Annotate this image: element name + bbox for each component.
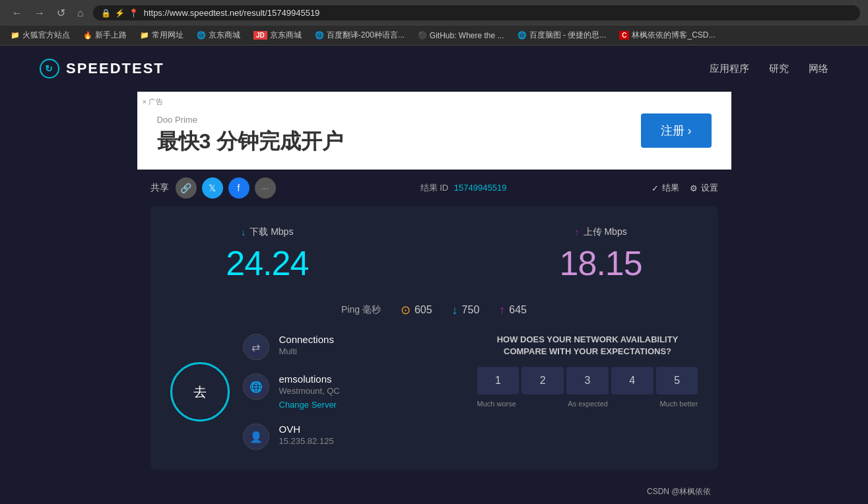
ad-content: Doo Prime 最快3 分钟完成开户 bbox=[157, 105, 344, 156]
bookmark-baidu-mind[interactable]: 🌐 百度脑图 - 便捷的思... bbox=[512, 28, 612, 42]
bookmark-newuser[interactable]: 🔥 新手上路 bbox=[78, 28, 132, 42]
result-id-value: 15749945519 bbox=[454, 183, 507, 193]
bottom-section: 去 ⇄ Connections Multi 🌐 emsolutio bbox=[170, 334, 698, 450]
share-label: 共享 bbox=[150, 182, 169, 194]
upload-label: ↑ 上传 Mbps bbox=[560, 226, 642, 238]
gear-icon: ⚙ bbox=[690, 183, 698, 193]
latency-up-icon: ↑ bbox=[499, 303, 505, 317]
rating-label-expected: As expected bbox=[568, 400, 608, 408]
download-label: ↓ 下载 Mbps bbox=[226, 226, 308, 238]
rating-labels: Much worse As expected Much better bbox=[477, 400, 698, 408]
upload-arrow-icon: ↑ bbox=[575, 227, 580, 237]
bookmark-jd2[interactable]: JD 京东商城 bbox=[248, 28, 307, 42]
ad-title: 最快3 分钟完成开户 bbox=[157, 127, 344, 156]
bookmark-icon-1: 🔥 bbox=[83, 31, 92, 40]
bookmark-github[interactable]: ⚫ GitHub: Where the ... bbox=[413, 30, 510, 42]
ad-cta-button[interactable]: 注册 › bbox=[641, 113, 712, 148]
result-link-button[interactable]: ✓ 结果 bbox=[651, 182, 679, 194]
host-icon: 🌐 bbox=[243, 373, 269, 400]
download-arrow-icon: ↓ bbox=[241, 227, 246, 237]
check-icon: ✓ bbox=[651, 183, 659, 193]
bookmark-baidu-translate[interactable]: 🌐 百度翻译-200种语言... bbox=[310, 28, 410, 42]
server-info: ⇄ Connections Multi 🌐 emsolutions Westmo… bbox=[243, 334, 464, 450]
refresh-button[interactable]: ↺ bbox=[53, 5, 69, 20]
security-icon: 🔒 bbox=[101, 9, 111, 18]
rating-btn-1[interactable]: 1 bbox=[477, 367, 519, 394]
go-button-wrapper: 去 bbox=[170, 334, 230, 450]
logo[interactable]: ↻ SPEEDTEST bbox=[40, 59, 164, 79]
provider-details: OVH 15.235.82.125 bbox=[279, 424, 334, 449]
connections-value: Multi bbox=[279, 346, 334, 356]
connections-item: ⇄ Connections Multi bbox=[243, 334, 464, 360]
provider-icon: 👤 bbox=[243, 424, 269, 450]
bookmark-icon-6: ⚫ bbox=[418, 31, 427, 40]
back-button[interactable]: ← bbox=[8, 6, 26, 20]
url-display: https://www.speedtest.net/result/1574994… bbox=[144, 8, 852, 18]
share-section: 共享 🔗 𝕏 f ··· bbox=[150, 177, 276, 199]
site-nav: 应用程序 研究 网络 bbox=[710, 63, 828, 75]
bookmark-icon-3: 🌐 bbox=[197, 31, 206, 40]
host-details: emsolutions Westmount, QC Change Server bbox=[279, 373, 340, 410]
forward-button[interactable]: → bbox=[30, 6, 49, 20]
rating-label-better: Much better bbox=[659, 400, 698, 408]
settings-button[interactable]: ⚙ 设置 bbox=[690, 182, 718, 194]
rating-label-worse: Much worse bbox=[477, 400, 516, 408]
latency-down-icon: ↓ bbox=[452, 303, 458, 317]
rating-buttons: 1 2 3 4 5 bbox=[477, 367, 698, 394]
bookmark-huhu[interactable]: 📁 火狐官方站点 bbox=[5, 28, 75, 42]
result-area: 共享 🔗 𝕏 f ··· 结果 ID 15749945519 ✓ 结果 ⚙ bbox=[137, 170, 731, 501]
result-actions: ✓ 结果 ⚙ 设置 bbox=[651, 182, 718, 194]
share-more-button[interactable]: ··· bbox=[255, 177, 276, 199]
ad-close-button[interactable]: × 广告 bbox=[143, 97, 163, 107]
logo-icon: ↻ bbox=[40, 59, 59, 79]
bookmark-icon-8: C bbox=[619, 31, 629, 40]
rating-btn-5[interactable]: 5 bbox=[656, 367, 698, 394]
rating-btn-3[interactable]: 3 bbox=[566, 367, 609, 394]
provider-item: 👤 OVH 15.235.82.125 bbox=[243, 424, 464, 450]
bookmarks-bar: 📁 火狐官方站点 🔥 新手上路 📁 常用网址 🌐 京东商城 JD 京东商城 🌐 … bbox=[0, 26, 868, 46]
ping-row: Ping 毫秒 ⊙ 605 ↓ 750 ↑ 645 bbox=[170, 303, 698, 317]
jitter-value: ⊙ 605 bbox=[401, 303, 432, 317]
nav-network[interactable]: 网络 bbox=[809, 63, 828, 75]
site-header: ↻ SPEEDTEST 应用程序 研究 网络 bbox=[0, 46, 868, 92]
share-facebook-button[interactable]: f bbox=[228, 177, 250, 199]
share-twitter-button[interactable]: 𝕏 bbox=[202, 177, 223, 199]
watermark: CSDN @林枫依依 bbox=[137, 483, 731, 501]
upload-value: 18.15 bbox=[560, 243, 642, 283]
bookmark-icon-0: 📁 bbox=[11, 31, 20, 40]
bookmark-jd1[interactable]: 🌐 京东商城 bbox=[191, 28, 246, 42]
result-toolbar: 共享 🔗 𝕏 f ··· 结果 ID 15749945519 ✓ 结果 ⚙ bbox=[137, 170, 731, 206]
connections-name: Connections bbox=[279, 334, 334, 345]
host-location: Westmount, QC bbox=[279, 386, 340, 396]
latency-down-value: ↓ 750 bbox=[452, 303, 480, 317]
upload-section: ↑ 上传 Mbps 18.15 bbox=[560, 226, 642, 283]
jitter-icon: ⊙ bbox=[401, 303, 411, 317]
share-icons: 🔗 𝕏 f ··· bbox=[176, 177, 276, 199]
latency-up-value: ↑ 645 bbox=[499, 303, 527, 317]
download-section: ↓ 下载 Mbps 24.24 bbox=[226, 226, 308, 283]
change-server-link[interactable]: Change Server bbox=[279, 400, 337, 410]
bookmark-common[interactable]: 📁 常用网址 bbox=[135, 28, 189, 42]
host-name: emsolutions bbox=[279, 373, 340, 385]
rating-btn-2[interactable]: 2 bbox=[521, 367, 564, 394]
nav-research[interactable]: 研究 bbox=[769, 63, 789, 75]
host-item: 🌐 emsolutions Westmount, QC Change Serve… bbox=[243, 373, 464, 410]
location-icon: 📍 bbox=[129, 9, 139, 18]
ping-label: Ping 毫秒 bbox=[341, 304, 381, 316]
rating-section: HOW DOES YOUR NETWORK AVAILABILITY COMPA… bbox=[477, 334, 698, 450]
speed-row: ↓ 下载 Mbps 24.24 ↑ 上传 Mbps 18.15 bbox=[170, 226, 698, 283]
connections-details: Connections Multi bbox=[279, 334, 334, 359]
go-button[interactable]: 去 bbox=[170, 362, 230, 422]
nav-apps[interactable]: 应用程序 bbox=[710, 63, 749, 75]
tracking-icon: ⚡ bbox=[115, 9, 125, 18]
logo-text: SPEEDTEST bbox=[66, 60, 164, 77]
provider-name: OVH bbox=[279, 424, 334, 435]
bookmark-icon-4: JD bbox=[253, 31, 267, 40]
result-id-section: 结果 ID 15749945519 bbox=[420, 182, 507, 194]
ad-banner: × 广告 Doo Prime 最快3 分钟完成开户 注册 › bbox=[137, 92, 731, 170]
home-button[interactable]: ⌂ bbox=[73, 6, 88, 20]
bookmark-csdn[interactable]: C 林枫依依的博客_CSD... bbox=[614, 28, 720, 42]
rating-btn-4[interactable]: 4 bbox=[611, 367, 653, 394]
address-bar[interactable]: 🔒 ⚡ 📍 https://www.speedtest.net/result/1… bbox=[93, 5, 860, 20]
share-link-button[interactable]: 🔗 bbox=[176, 177, 197, 199]
